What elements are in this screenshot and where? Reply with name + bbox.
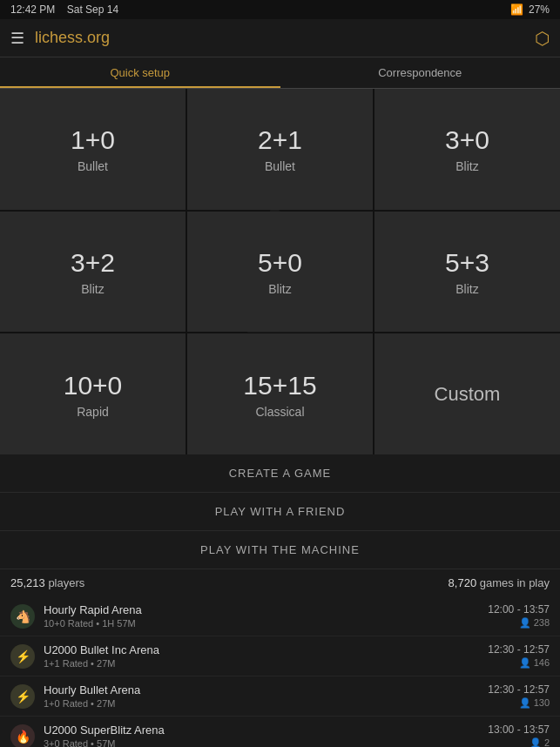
tile-time: 2+1: [258, 124, 302, 156]
tile-type: Blitz: [455, 282, 478, 296]
tile-1plus0[interactable]: 1+0 Bullet: [0, 89, 186, 210]
tournament-info: U2000 SuperBlitz Arena 3+0 Rated • 57M: [44, 723, 488, 747]
players-stat: 25,213 players: [10, 576, 84, 589]
tile-custom[interactable]: Custom: [374, 333, 560, 454]
tile-time: 3+2: [71, 247, 115, 279]
tile-time: 5+0: [258, 247, 302, 279]
tournament-hourly-bullet[interactable]: ⚡ Hourly Bullet Arena 1+0 Rated • 27M 12…: [0, 676, 560, 717]
app-icon: ⬡: [535, 28, 550, 49]
status-indicators: 📶 27%: [510, 3, 550, 16]
tile-15plus15[interactable]: 15+15 Classical: [187, 333, 373, 454]
play-friend-button[interactable]: PLAY WITH A FRIEND: [0, 493, 560, 531]
play-machine-button[interactable]: PLAY WITH THE MACHINE: [0, 531, 560, 569]
tournament-u2000-superblitz[interactable]: 🔥 U2000 SuperBlitz Arena 3+0 Rated • 57M…: [0, 717, 560, 747]
tournament-info: Hourly Rapid Arena 10+0 Rated • 1H 57M: [44, 603, 488, 629]
tournament-icon-lightning2: ⚡: [10, 684, 35, 709]
wifi-icon: 📶: [510, 3, 523, 16]
game-grid: ♞ 1+0 Bullet 2+1 Bullet 3+0 Blitz 3+2 Bl…: [0, 89, 560, 454]
tournament-info: Hourly Bullet Arena 1+0 Rated • 27M: [44, 683, 488, 709]
menu-button[interactable]: ☰: [10, 29, 24, 48]
tournament-info: U2000 Bullet Inc Arena 1+1 Rated • 27M: [44, 643, 488, 669]
tile-type: Bullet: [265, 159, 295, 173]
tile-type: Blitz: [81, 282, 104, 296]
tile-3plus2[interactable]: 3+2 Blitz: [0, 212, 186, 333]
tile-2plus1[interactable]: 2+1 Bullet: [187, 89, 373, 210]
tile-type: Blitz: [268, 282, 291, 296]
status-time: 12:42 PM Sat Sep 14: [10, 3, 118, 16]
tournament-right: 12:30 - 12:57 👤 146: [488, 643, 550, 669]
status-bar: 12:42 PM Sat Sep 14 📶 27%: [0, 0, 560, 19]
battery-indicator: 27%: [529, 3, 550, 16]
tournament-icon-horse: 🐴: [10, 604, 35, 629]
tile-type: Rapid: [77, 405, 109, 419]
header: ☰ lichess.org ⬡: [0, 19, 560, 57]
tab-bar: Quick setup Correspondence: [0, 57, 560, 89]
stats-bar: 25,213 players 8,720 games in play: [0, 569, 560, 596]
tournament-right: 13:00 - 13:57 👤 2: [488, 723, 550, 747]
tournament-right: 12:00 - 13:57 👤 238: [488, 603, 550, 629]
app-title: lichess.org: [35, 29, 535, 47]
tab-quick-setup[interactable]: Quick setup: [0, 57, 280, 88]
tile-time: 1+0: [71, 124, 115, 156]
tile-type: Blitz: [455, 159, 478, 173]
tournament-hourly-rapid[interactable]: 🐴 Hourly Rapid Arena 10+0 Rated • 1H 57M…: [0, 596, 560, 636]
tournament-right: 12:30 - 12:57 👤 130: [488, 683, 550, 709]
tile-time: 3+0: [445, 124, 489, 156]
create-game-button[interactable]: CREATE A GAME: [0, 454, 560, 493]
tile-time: 15+15: [243, 370, 316, 401]
tab-correspondence[interactable]: Correspondence: [280, 57, 561, 88]
tile-type: Bullet: [78, 159, 108, 173]
tile-time: 5+3: [445, 247, 489, 279]
tile-time: 10+0: [64, 370, 123, 401]
tournament-u2000-bullet[interactable]: ⚡ U2000 Bullet Inc Arena 1+1 Rated • 27M…: [0, 636, 560, 676]
tournament-list: 🐴 Hourly Rapid Arena 10+0 Rated • 1H 57M…: [0, 596, 560, 747]
games-stat: 8,720 games in play: [449, 576, 550, 589]
tile-type: Classical: [255, 405, 304, 419]
tile-5plus0[interactable]: 5+0 Blitz: [187, 212, 373, 333]
tournament-icon-fire: 🔥: [10, 724, 35, 748]
tile-custom-label: Custom: [435, 383, 501, 406]
tile-3plus0[interactable]: 3+0 Blitz: [374, 89, 560, 210]
tile-10plus0[interactable]: 10+0 Rapid: [0, 333, 186, 454]
action-buttons: CREATE A GAME PLAY WITH A FRIEND PLAY WI…: [0, 454, 560, 569]
tournament-icon-lightning: ⚡: [10, 644, 35, 669]
tile-5plus3[interactable]: 5+3 Blitz: [374, 212, 560, 333]
